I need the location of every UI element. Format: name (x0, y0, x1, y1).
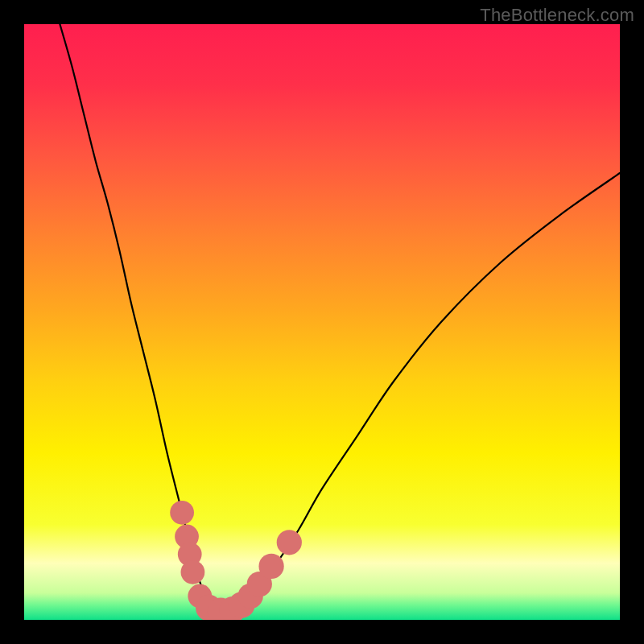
marker-dot (181, 560, 205, 584)
watermark-text: TheBottleneck.com (480, 5, 634, 26)
marker-dot (170, 501, 194, 525)
bottleneck-curve (60, 24, 620, 611)
marker-dot (258, 554, 283, 579)
marker-dot (277, 530, 302, 555)
marker-group (170, 501, 302, 620)
plot-area (24, 24, 620, 620)
chart-frame: TheBottleneck.com (0, 0, 644, 644)
curve-layer (24, 24, 620, 620)
